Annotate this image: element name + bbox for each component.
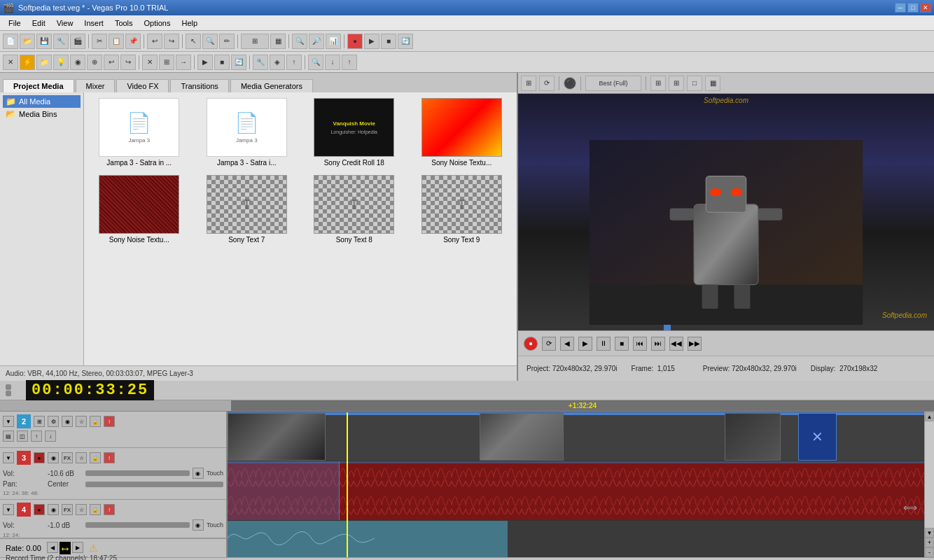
vol-knob-4[interactable]: ◉ bbox=[193, 519, 204, 531]
media-item[interactable]: Vanquish Movie Longuisher: Hotpedia Sony… bbox=[302, 95, 407, 169]
preview-tb-btn6[interactable]: □ bbox=[687, 76, 702, 91]
tb2-btn10[interactable]: ⊞ bbox=[159, 55, 174, 70]
tb2-btn16[interactable]: ↓ bbox=[325, 55, 340, 70]
snap-to-grid[interactable]: ▦ bbox=[270, 34, 286, 49]
tab-media-generators[interactable]: Media Generators bbox=[230, 79, 313, 92]
sidebar-item-all-media[interactable]: 📁 All Media bbox=[3, 95, 81, 108]
open-button[interactable]: 📂 bbox=[20, 34, 35, 49]
loop-ctrl-btn[interactable]: ⟳ bbox=[542, 337, 556, 351]
new-button[interactable]: 📄 bbox=[3, 34, 18, 49]
play-button[interactable]: ▶ bbox=[364, 34, 379, 49]
paste-button[interactable]: 📌 bbox=[125, 34, 141, 49]
menu-edit[interactable]: Edit bbox=[27, 18, 51, 29]
media-item[interactable]: T Sony Text 7 bbox=[195, 172, 300, 246]
edit-tool[interactable]: ✏ bbox=[219, 34, 235, 49]
zoom-fit-btn[interactable]: + bbox=[925, 538, 934, 547]
media-item[interactable]: Sony Noise Textu... bbox=[410, 95, 515, 169]
tab-video-fx[interactable]: Video FX bbox=[116, 79, 169, 92]
sidebar-item-media-bins[interactable]: 📂 Media Bins bbox=[3, 108, 81, 120]
prev-frame-btn[interactable]: ◀ bbox=[560, 337, 574, 351]
track-copy-btn[interactable]: ⊞ bbox=[34, 416, 45, 427]
track-collapse-btn[interactable]: ▼ bbox=[3, 416, 14, 427]
audio4-solo-btn[interactable]: ☆ bbox=[76, 504, 87, 515]
zoom-out-scroll-btn[interactable]: - bbox=[925, 547, 934, 557]
media-item[interactable]: T Sony Text 9 bbox=[410, 172, 515, 246]
enable-snapping[interactable]: ⊞ bbox=[241, 34, 269, 49]
track-mute-btn[interactable]: ◉ bbox=[62, 416, 73, 427]
step-fwd-btn[interactable]: ▶▶ bbox=[688, 337, 702, 351]
rate-up-btn[interactable]: ▶ bbox=[72, 542, 83, 553]
track-warn-btn[interactable]: ! bbox=[104, 416, 115, 427]
audio-track3-collapse[interactable]: ▼ bbox=[3, 452, 14, 463]
audio3-fx-btn[interactable]: FX bbox=[62, 452, 73, 463]
save-button[interactable]: 💾 bbox=[36, 34, 52, 49]
preview-quality-btn[interactable]: Best (Full) bbox=[585, 76, 641, 91]
tb2-loop[interactable]: 🔄 bbox=[231, 55, 246, 70]
step-back-btn[interactable]: ◀◀ bbox=[669, 337, 683, 351]
preview-tb-btn3[interactable]: ⚫ bbox=[564, 77, 576, 90]
automation-button[interactable]: 📊 bbox=[326, 34, 341, 49]
properties-button[interactable]: 🔧 bbox=[53, 34, 69, 49]
menu-file[interactable]: File bbox=[3, 18, 27, 29]
go-end-btn[interactable]: ⏭ bbox=[651, 337, 665, 351]
tb2-btn17[interactable]: ↑ bbox=[342, 55, 357, 70]
scroll-up-btn[interactable]: ▲ bbox=[925, 412, 934, 421]
audio4-record-btn[interactable]: ● bbox=[34, 504, 45, 515]
record-button[interactable]: ● bbox=[347, 34, 363, 49]
tb2-btn13[interactable]: ◈ bbox=[270, 55, 285, 70]
track-env-btn[interactable]: ◫ bbox=[17, 430, 28, 442]
video-clip-2[interactable] bbox=[480, 413, 564, 461]
media-grid-area[interactable]: 📄 Jampa 3 Jampa 3 - Satra in ... 📄 bbox=[84, 92, 517, 365]
track-arm-btn[interactable]: ▤ bbox=[3, 430, 14, 442]
copy-button[interactable]: 📋 bbox=[109, 34, 124, 49]
menu-view[interactable]: View bbox=[51, 18, 79, 29]
undo-button[interactable]: ↩ bbox=[147, 34, 162, 49]
audio3-solo-btn[interactable]: ☆ bbox=[76, 452, 87, 463]
menu-help[interactable]: Help bbox=[176, 18, 203, 29]
audio4-warn-btn[interactable]: ! bbox=[104, 504, 115, 515]
scroll-down-btn[interactable]: ▼ bbox=[925, 528, 934, 538]
tb2-btn8[interactable]: ↪ bbox=[120, 55, 136, 70]
preview-tb-btn4[interactable]: ⊞ bbox=[650, 76, 666, 91]
stop-button[interactable]: ■ bbox=[381, 34, 396, 49]
track-down-btn[interactable]: ↓ bbox=[45, 430, 56, 442]
audio4-lock-btn[interactable]: 🔒 bbox=[90, 504, 101, 515]
vol-knob-3[interactable]: ◉ bbox=[193, 468, 204, 479]
audio3-warn-btn[interactable]: ! bbox=[104, 452, 115, 463]
tb2-btn2[interactable]: ⚡ bbox=[20, 55, 35, 70]
media-item[interactable]: 📄 Jampa 3 Jampa 3 - Satra in ... bbox=[87, 95, 192, 169]
stop-ctrl-btn[interactable]: ■ bbox=[615, 337, 629, 351]
tb2-btn5[interactable]: ◉ bbox=[70, 55, 85, 70]
audio3-record-btn[interactable]: ● bbox=[34, 452, 45, 463]
zoom-tool[interactable]: 🔍 bbox=[202, 34, 218, 49]
render-button[interactable]: 🎬 bbox=[70, 34, 85, 49]
go-start-btn[interactable]: ⏮ bbox=[633, 337, 647, 351]
track-properties-btn[interactable]: ⚙ bbox=[48, 416, 59, 427]
maximize-button[interactable]: □ bbox=[907, 3, 919, 13]
preview-position-bar[interactable] bbox=[518, 325, 934, 330]
media-item[interactable]: Sony Noise Textu... bbox=[87, 172, 192, 246]
tb2-btn12[interactable]: 🔧 bbox=[253, 55, 268, 70]
vol-slider-3[interactable] bbox=[85, 470, 190, 476]
media-item[interactable]: 📄 Jampa 3 Jampa 3 - Satra i... bbox=[195, 95, 300, 169]
video-clip-4[interactable]: ✕ bbox=[798, 413, 837, 461]
audio3-lock-btn[interactable]: 🔒 bbox=[90, 452, 101, 463]
redo-button[interactable]: ↪ bbox=[164, 34, 179, 49]
pause-ctrl-btn[interactable]: ⏸ bbox=[597, 337, 611, 351]
tb2-btn1[interactable]: ✕ bbox=[3, 55, 18, 70]
rate-down-btn[interactable]: ◀ bbox=[47, 542, 58, 553]
audio-resize-handle[interactable]: ⟺ bbox=[903, 502, 917, 513]
video-clip-3[interactable] bbox=[725, 413, 781, 461]
preview-tb-btn1[interactable]: ⊞ bbox=[521, 76, 536, 91]
cut-button[interactable]: ✂ bbox=[92, 34, 107, 49]
record-ctrl-btn[interactable]: ● bbox=[524, 337, 538, 351]
tb2-btn6[interactable]: ⊕ bbox=[87, 55, 102, 70]
track-comp-btn[interactable]: ↑ bbox=[31, 430, 42, 442]
preview-tb-btn7[interactable]: ▦ bbox=[705, 76, 720, 91]
preview-tb-btn2[interactable]: ⟳ bbox=[539, 76, 555, 91]
audio4-collapse[interactable]: ▼ bbox=[3, 504, 14, 515]
loop-button[interactable]: 🔄 bbox=[398, 34, 413, 49]
video-clip-1[interactable] bbox=[228, 413, 326, 461]
tb2-btn14[interactable]: ↑ bbox=[286, 55, 302, 70]
play-ctrl-btn[interactable]: ▶ bbox=[578, 337, 592, 351]
